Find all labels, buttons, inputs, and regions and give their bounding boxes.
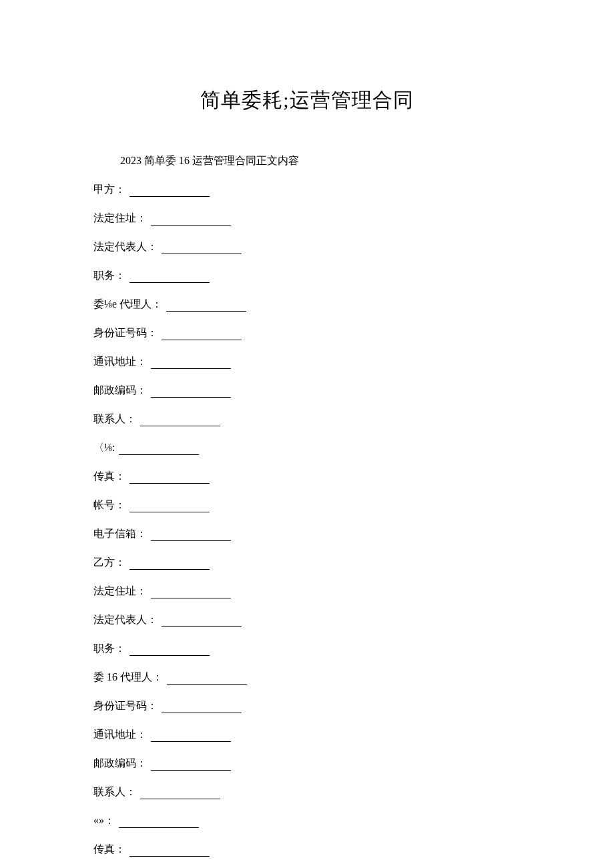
blank-line [151, 733, 231, 742]
blank-line [151, 360, 231, 369]
field-label: 委⅛e 代理人： [93, 298, 162, 312]
blank-line [151, 388, 231, 398]
field-label: 法定住址： [93, 211, 147, 226]
blank-line [119, 819, 199, 828]
field-row: 帐号： [93, 498, 521, 512]
field-label: 〈⅛: [93, 441, 115, 455]
document-subtitle: 2023 简单委 16 运营管理合同正文内容 [120, 154, 521, 168]
field-row: 身份证号码： [93, 326, 521, 340]
blank-line [129, 646, 210, 656]
field-row: 联系人： [93, 785, 521, 799]
field-row: 法定住址： [93, 211, 521, 226]
blank-line [166, 302, 246, 312]
blank-line [151, 532, 231, 541]
field-row: 传真： [93, 470, 521, 484]
field-row: 通讯地址： [93, 355, 521, 369]
field-row: 邮政编码： [93, 757, 521, 771]
field-label: 职务： [93, 642, 125, 656]
field-label: 通讯地址： [93, 355, 147, 369]
field-label: 联系人： [93, 785, 136, 799]
blank-line [140, 790, 220, 799]
field-label: 法定住址： [93, 584, 147, 598]
field-label: 身份证号码： [93, 699, 158, 713]
field-label: 邮政编码： [93, 757, 147, 771]
field-label: 职务： [93, 269, 125, 283]
field-row: 委 16 代理人： [93, 671, 521, 685]
field-label: 邮政编码： [93, 384, 147, 398]
field-row: 法定代表人： [93, 240, 521, 254]
blank-line [129, 187, 210, 197]
field-row: 甲方： [93, 183, 521, 197]
blank-line [162, 618, 242, 627]
field-label: 法定代表人： [93, 240, 158, 254]
field-row: 邮政编码： [93, 384, 521, 398]
field-row: 传真： [93, 843, 521, 857]
field-label: 身份证号码： [93, 326, 158, 340]
document-title: 简单委耗;运营管理合同 [93, 87, 521, 114]
blank-line [119, 446, 199, 455]
field-row: 〈⅛: [93, 441, 521, 455]
field-row: «»： [93, 814, 521, 828]
blank-line [151, 216, 231, 226]
blank-line [129, 474, 210, 484]
blank-line [162, 331, 242, 340]
field-row: 联系人： [93, 412, 521, 426]
field-row: 职务： [93, 269, 521, 283]
blank-line [162, 245, 242, 254]
field-label: 委 16 代理人： [93, 671, 163, 685]
field-label: 通讯地址： [93, 728, 147, 742]
field-row: 乙方： [93, 556, 521, 570]
field-row: 职务： [93, 642, 521, 656]
blank-line [162, 704, 242, 713]
field-row: 电子信箱： [93, 527, 521, 541]
field-label: 电子信箱： [93, 527, 147, 541]
field-label: «»： [93, 814, 115, 828]
blank-line [129, 560, 210, 570]
blank-line [151, 589, 231, 598]
field-label: 传真： [93, 470, 125, 484]
blank-line [140, 417, 220, 426]
field-label: 帐号： [93, 498, 125, 512]
field-row: 通讯地址： [93, 728, 521, 742]
blank-line [129, 847, 210, 857]
field-row: 委⅛e 代理人： [93, 298, 521, 312]
field-label: 传真： [93, 843, 125, 857]
blank-line [167, 675, 247, 685]
field-label: 联系人： [93, 412, 136, 426]
field-row: 法定住址： [93, 584, 521, 598]
field-row: 身份证号码： [93, 699, 521, 713]
field-label: 法定代表人： [93, 613, 158, 627]
blank-line [151, 761, 231, 771]
field-label: 甲方： [93, 183, 125, 197]
field-row: 法定代表人： [93, 613, 521, 627]
blank-line [129, 503, 210, 512]
field-label: 乙方： [93, 556, 125, 570]
blank-line [129, 274, 210, 283]
